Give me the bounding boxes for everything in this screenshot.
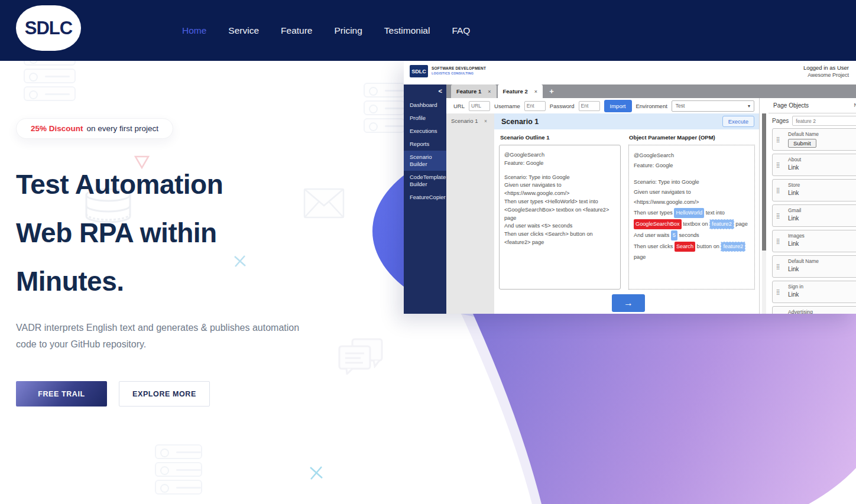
nav-link-feature[interactable]: Feature	[281, 25, 312, 36]
outline-line: <feature2> page	[504, 239, 615, 247]
page-object-value: Link	[788, 164, 856, 171]
nav-link-faq[interactable]: FAQ	[452, 25, 470, 36]
feature-tab-label: Feature 1	[456, 88, 481, 95]
drag-handle-icon[interactable]: ⣿	[776, 238, 780, 244]
url-label: URL	[453, 103, 465, 109]
nav-link-pricing[interactable]: Pricing	[334, 25, 362, 36]
nav-link-service[interactable]: Service	[228, 25, 259, 36]
add-tab-icon[interactable]: +	[544, 84, 559, 98]
scenario-tab[interactable]: Scenario 1 ×	[446, 113, 494, 128]
page-object-value: Link	[788, 215, 856, 222]
feature-tab-feature-2[interactable]: Feature 2×	[498, 84, 543, 98]
opm-parameter-chip[interactable]: 5	[671, 230, 677, 240]
page-objects-header: Page Objects N	[769, 98, 856, 113]
free-trail-button[interactable]: FREE TRAIL	[16, 381, 107, 407]
scrollbar-thumb[interactable]	[762, 113, 766, 251]
explore-more-button[interactable]: EXPLORE MORE	[119, 381, 210, 407]
sidebar-item-scenario-builder[interactable]: Scenario Builder	[404, 151, 446, 171]
password-input[interactable]	[579, 101, 600, 111]
page-object-name: Images	[788, 233, 856, 239]
username-label: Username	[494, 103, 520, 109]
opm-line: Given user navigates to	[634, 188, 750, 197]
outline-line: <https://www.google.com/>	[504, 190, 615, 198]
close-icon[interactable]: ×	[488, 89, 491, 95]
import-button[interactable]: Import	[604, 100, 632, 112]
app-sidebar: < DashboardProfileExecutionsReportsScena…	[404, 84, 446, 314]
opm-line: Then user types HelloWorld text into	[634, 208, 750, 218]
feature-tab-feature-1[interactable]: Feature 1×	[451, 84, 497, 98]
project-name: Awesome Project	[803, 72, 849, 78]
next-arrow-button[interactable]: →	[612, 294, 645, 312]
page-object-card-store[interactable]: ⣿StoreLink×	[772, 179, 856, 201]
sidebar-item-codetemplate-builder[interactable]: CodeTemplate Builder	[404, 171, 446, 191]
environment-select[interactable]: Test ▾	[672, 100, 754, 112]
page-object-card-advertising[interactable]: ⣿Advertising×	[772, 306, 856, 314]
page-object-button-value[interactable]: Submit	[788, 139, 816, 148]
drag-handle-icon[interactable]: ⣿	[776, 162, 780, 168]
drag-handle-icon[interactable]: ⣿	[776, 213, 780, 219]
page-object-card-sign-in[interactable]: ⣿Sign inLink×	[772, 281, 856, 303]
nav-link-testimonial[interactable]: Testimonial	[384, 25, 430, 36]
outline-line: And user waits <5> seconds	[504, 222, 615, 230]
opm-parameter-chip[interactable]: feature2	[721, 242, 745, 252]
page-object-list: ⣿Default NameSubmit×⣿AboutLink×⣿StoreLin…	[769, 128, 856, 314]
url-input[interactable]	[469, 101, 490, 111]
opm-line: page	[634, 253, 750, 262]
sidebar-item-reports[interactable]: Reports	[404, 138, 446, 151]
nav-link-home[interactable]: Home	[182, 25, 206, 36]
execute-button[interactable]: Execute	[722, 116, 754, 127]
drag-handle-icon[interactable]: ⣿	[776, 136, 780, 142]
hero-title: Test Automation Web RPA within Minutes.	[16, 160, 347, 305]
page-object-name: Default Name	[788, 131, 856, 137]
outline-panel-title: Scenario Outline 1	[500, 134, 549, 141]
brand-logo[interactable]: SDLC	[16, 5, 81, 51]
page-object-card-default-name[interactable]: ⣿Default NameSubmit×	[772, 128, 856, 151]
page-object-name: Store	[788, 182, 856, 188]
page-object-card-gmail[interactable]: ⣿GmailLink×	[772, 204, 856, 227]
scenario-outline-editor[interactable]: @GoogleSearchFeature: Google Scenario: T…	[499, 145, 621, 290]
page-object-card-about[interactable]: ⣿AboutLink×	[772, 154, 856, 176]
scenario-tab-label: Scenario 1	[451, 118, 478, 124]
outline-line: Feature: Google	[504, 160, 615, 168]
opm-parameter-chip[interactable]: HelloWorld	[674, 208, 704, 218]
login-info: Logged in as User Awesome Project	[803, 64, 849, 78]
sidebar-item-featurecopier[interactable]: FeatureCopier	[404, 191, 446, 204]
brand-logo-text: SDLC	[25, 18, 72, 39]
scenario-content: Scenario Outline 1 Object Parameter Mapp…	[494, 129, 759, 314]
close-icon[interactable]: ×	[484, 118, 487, 124]
panel-divider	[759, 98, 760, 314]
outline-line: Then user clicks <Search> button on	[504, 230, 615, 239]
discount-text: on every first project	[87, 124, 159, 133]
pages-row: Pages	[769, 113, 856, 128]
opm-viewer[interactable]: @GoogleSearchFeature: GoogleScenario: Ty…	[628, 145, 755, 290]
cta-row: FREE TRAIL EXPLORE MORE	[16, 381, 347, 407]
drag-handle-icon[interactable]: ⣿	[776, 289, 780, 295]
page-object-value: Link	[788, 240, 856, 247]
page-object-name: About	[788, 157, 856, 162]
drag-handle-icon[interactable]: ⣿	[776, 187, 780, 193]
opm-parameter-chip[interactable]: Search	[675, 242, 695, 252]
scrollbar-track[interactable]	[762, 113, 766, 314]
opm-parameter-chip[interactable]: feature2	[709, 219, 734, 229]
collapse-sidebar-icon[interactable]: <	[439, 87, 442, 95]
drag-handle-icon[interactable]: ⣿	[776, 264, 780, 269]
sidebar-item-dashboard[interactable]: Dashboard	[404, 99, 446, 112]
app-logo-tagline-1: SOFTWARE DEVELOPMENT	[432, 66, 486, 70]
sidebar-item-profile[interactable]: Profile	[404, 112, 446, 125]
app-screenshot: SDLC SOFTWARE DEVELOPMENT LOGISTICS CONS…	[404, 61, 856, 314]
opm-line: And user waits 5 seconds	[634, 230, 750, 240]
feature-tab-label: Feature 2	[503, 88, 528, 95]
page-object-card-images[interactable]: ⣿ImagesLink×	[772, 230, 856, 252]
pages-input[interactable]	[792, 116, 856, 126]
opm-line: <https://www.google.com/>	[634, 198, 750, 207]
outline-line: Given user navigates to	[504, 181, 615, 190]
page-object-card-default-name[interactable]: ⣿Default NameLink×	[772, 255, 856, 278]
opm-line: Scenario: Type into Google	[634, 178, 750, 187]
close-icon[interactable]: ×	[534, 89, 537, 95]
scenario-tab-column: Scenario 1 ×	[446, 113, 494, 314]
outline-line: page	[504, 214, 615, 223]
opm-parameter-chip[interactable]: GoogleSearchBox	[634, 219, 682, 229]
app-logo-tagline-2: LOGISTICS CONSULTING	[432, 71, 474, 75]
username-input[interactable]	[524, 101, 546, 111]
sidebar-item-executions[interactable]: Executions	[404, 125, 446, 138]
